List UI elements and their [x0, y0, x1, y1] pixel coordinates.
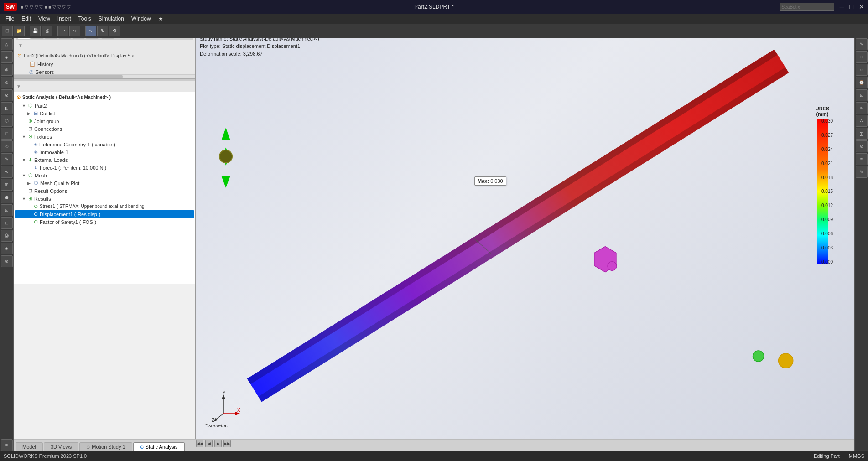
nav-last[interactable]: ▶▶ — [223, 440, 231, 447]
search-input[interactable] — [780, 3, 834, 11]
tree-displacement1[interactable]: ⊙ Displacement1 (-Res disp-) — [15, 210, 194, 218]
sidebar-icon-2[interactable]: △ — [1, 38, 13, 50]
tree-joint[interactable]: ⊕ Joint group — [15, 117, 194, 125]
status-editing: Editing Part — [814, 453, 840, 459]
hscroll-thumb[interactable] — [14, 75, 123, 78]
tab-static-analysis[interactable]: ⊙ Static Analysis — [133, 442, 185, 451]
right-icon-2[interactable]: ✎ — [856, 38, 868, 50]
sidebar-icon-17[interactable]: Ⓜ — [1, 230, 13, 242]
sidebar-icon-14[interactable]: ⬟ — [1, 192, 13, 203]
sidebar-icon-8[interactable]: ⬡ — [1, 115, 13, 127]
tab-3dviews[interactable]: 3D Views — [44, 442, 78, 451]
right-icon-8[interactable]: A — [856, 115, 868, 127]
tb-open[interactable]: 📁 — [14, 26, 25, 36]
y-axis-label: Y — [223, 391, 226, 395]
toolbar-main: ⊡ 📁 💾 🖨 ↩ ↪ ↖ ↻ ⚙ — [0, 24, 868, 38]
nav-prev[interactable]: ◀ — [205, 440, 213, 447]
sidebar-icon-11[interactable]: ✎ — [1, 153, 13, 165]
tree-results[interactable]: ▼ ⊞ Results — [15, 195, 194, 202]
fixtures-label: Fixtures — [34, 134, 52, 140]
tb-settings[interactable]: ⚙ — [109, 26, 120, 36]
right-icon-3[interactable]: □ — [856, 51, 868, 63]
sidebar-icon-12[interactable]: ∿ — [1, 166, 13, 178]
sidebar-icon-3[interactable]: ◈ — [1, 51, 13, 63]
root-icon: ⊙ — [17, 52, 22, 59]
nav-next[interactable]: ▶ — [214, 440, 222, 447]
sidebar-icon-16[interactable]: ⊟ — [1, 217, 13, 229]
tree-hscroll[interactable] — [14, 75, 195, 78]
sidebar-icon-9[interactable]: ◻ — [1, 128, 13, 140]
tree-history[interactable]: 📋 History — [16, 60, 193, 68]
right-icon-5[interactable]: ⌚ — [856, 77, 868, 88]
refgeo-icon: ◈ — [34, 141, 37, 147]
menu-star[interactable]: ★ — [155, 15, 167, 23]
right-icon-6[interactable]: ⊡ — [856, 89, 868, 101]
tree-extloads[interactable]: ▼ ⬇ External Loads — [15, 156, 194, 164]
tree-mesh[interactable]: ▼ ⬡ Mesh — [15, 171, 194, 179]
menu-simulation[interactable]: Simulation — [95, 15, 128, 23]
sidebar-icon-13[interactable]: ⊞ — [1, 179, 13, 191]
right-icon-4[interactable]: ○ — [856, 64, 868, 76]
tb-undo[interactable]: ↩ — [57, 26, 68, 36]
sim-tree-filter: ▼ — [14, 81, 195, 92]
tree-stress1[interactable]: ⊙ Stress1 (-STRMAX: Upper bound axial an… — [15, 202, 194, 210]
right-icon-10[interactable]: ⊙ — [856, 140, 868, 152]
svg-point-7 — [608, 262, 617, 271]
tree-immovable[interactable]: ◈ Immovable-1 — [15, 148, 194, 156]
right-icon-7[interactable]: ∿ — [856, 102, 868, 114]
tb-rotate[interactable]: ↻ — [97, 26, 108, 36]
exp-mesh: ▼ — [22, 173, 26, 178]
tree-part2[interactable]: ▼ ⬡ Part2 — [15, 102, 194, 109]
tb-select[interactable]: ↖ — [85, 26, 96, 36]
tree-fixtures[interactable]: ▼ ⊙ Fixtures — [15, 133, 194, 140]
tab-model[interactable]: Model — [16, 442, 43, 451]
menu-file[interactable]: File — [2, 15, 18, 23]
sidebar-icon-18[interactable]: ◈ — [1, 243, 13, 254]
force1-label: Force-1 (:Per item: 10,000 N:) — [40, 165, 106, 171]
tb-new[interactable]: ⊡ — [2, 26, 13, 36]
sidebar-icon-5[interactable]: ⊙ — [1, 77, 13, 88]
sidebar-icon-15[interactable]: ⊡ — [1, 204, 13, 216]
cutlist2-icon: ⊞ — [34, 110, 38, 116]
tab-motion-study[interactable]: ⊙ Motion Study 1 — [79, 442, 132, 451]
right-icon-9[interactable]: ∑ — [856, 128, 868, 140]
right-icon-11[interactable]: ≡ — [856, 153, 868, 165]
tab-model-label: Model — [22, 444, 36, 450]
tree-cutlist2[interactable]: ▶ ⊞ Cut list — [15, 109, 194, 117]
viewport-3d[interactable]: Model name: Part2 Study name: Static Ana… — [196, 24, 854, 451]
exp-part2: ▼ — [22, 104, 26, 108]
sidebar-icon-4[interactable]: ⊕ — [1, 64, 13, 76]
menu-window[interactable]: Window — [128, 15, 155, 23]
tree-refgeo[interactable]: ◈ Reference Geometry-1 (:variable:) — [15, 140, 194, 148]
sidebar-icon-6[interactable]: ⊗ — [1, 89, 13, 101]
tb-print[interactable]: 🖨 — [42, 26, 52, 36]
sidebar-icon-10[interactable]: ⟲ — [1, 140, 13, 152]
tb-redo[interactable]: ↪ — [69, 26, 80, 36]
extloads-label: External Loads — [34, 157, 68, 163]
immovable-icon: ◈ — [34, 149, 37, 155]
max-button[interactable]: □ — [850, 3, 853, 10]
tree-fos1[interactable]: ⊙ Factor of Safety1 (-FOS-) — [15, 218, 194, 226]
tree-connections[interactable]: ⊡ Connections — [15, 125, 194, 133]
min-button[interactable]: ─ — [840, 3, 844, 10]
menu-insert[interactable]: Insert — [54, 15, 75, 23]
tree-result-options[interactable]: ⊟ Result Options — [15, 187, 194, 195]
menu-tools[interactable]: Tools — [75, 15, 95, 23]
title-bar: SW ■ ▽ ▽ ▽ ▽ ■ ■ ▽ ▽ ▽ ▽ Part2.SLDPRT * … — [0, 0, 868, 14]
tree-root-item: ⊙ Part2 (Default<As Machined>) <<Default… — [16, 51, 193, 60]
right-icon-12[interactable]: ✎ — [856, 166, 868, 178]
tb-save[interactable]: 💾 — [30, 26, 41, 36]
sidebar-icon-7[interactable]: ◧ — [1, 102, 13, 114]
nav-first[interactable]: ◀◀ — [196, 440, 203, 447]
menu-view[interactable]: View — [35, 15, 54, 23]
sidebar-icon-bottom[interactable]: ≡ — [1, 439, 13, 451]
sidebar-icon-19[interactable]: ⊛ — [1, 255, 13, 267]
legend-val-10: 0.000 — [821, 259, 833, 264]
study-icon: ⊙ — [16, 94, 21, 100]
tree-force1[interactable]: ⬇ Force-1 (:Per item: 10,000 N:) — [15, 164, 194, 171]
menu-edit[interactable]: Edit — [18, 15, 35, 23]
tree-sensors[interactable]: ◎ Sensors — [16, 68, 193, 75]
tree-mesh-quality[interactable]: ▶ ⬡ Mesh Quality Plot — [15, 179, 194, 187]
legend-val-7: 0.009 — [821, 217, 833, 222]
close-button[interactable]: ✕ — [859, 3, 864, 10]
